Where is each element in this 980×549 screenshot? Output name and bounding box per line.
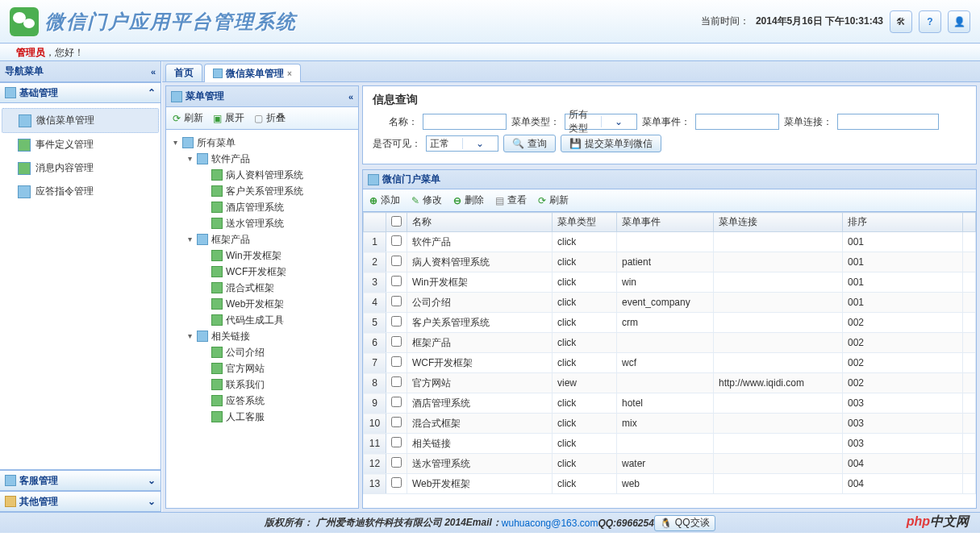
cell-checkbox[interactable] <box>386 474 407 494</box>
col-3[interactable]: 菜单连接 <box>714 213 843 232</box>
cell-checkbox[interactable] <box>386 313 407 333</box>
cell-checkbox[interactable] <box>386 414 407 434</box>
cell: click <box>553 293 617 313</box>
tree-leaf-1-2[interactable]: 混合式框架 <box>200 280 353 296</box>
tree-branch-2[interactable]: ▾相关链接 <box>186 328 353 344</box>
tree-leaf-2-1[interactable]: 官方网站 <box>200 360 353 376</box>
accordion-service[interactable]: 客服管理 ⌄ <box>0 470 161 491</box>
tree-leaf-0-0[interactable]: 病人资料管理系统 <box>200 167 353 183</box>
cell <box>714 353 843 373</box>
grid-refresh-button[interactable]: ⟳刷新 <box>538 193 569 207</box>
tree-leaf-2-0[interactable]: 公司介绍 <box>200 344 353 360</box>
tree-leaf-1-4[interactable]: 代码生成工具 <box>200 312 353 328</box>
table-row[interactable]: 3Win开发框架clickwin001 <box>364 272 976 293</box>
module-icon <box>5 475 16 486</box>
table-row[interactable]: 11相关链接click003 <box>364 434 976 454</box>
tree-leaf-0-1[interactable]: 客户关系管理系统 <box>200 183 353 199</box>
tree-leaf-0-2[interactable]: 酒店管理系统 <box>200 199 353 215</box>
visible-select[interactable]: 正常⌄ <box>426 135 498 152</box>
cell-checkbox[interactable] <box>386 373 407 393</box>
link-input[interactable] <box>837 114 939 130</box>
add-button[interactable]: ⊕添加 <box>369 193 400 207</box>
tree-leaf-2-3[interactable]: 应答系统 <box>200 393 353 409</box>
query-button[interactable]: 🔍查询 <box>503 135 556 152</box>
cell: hotel <box>617 393 714 414</box>
tools-button[interactable]: 🛠 <box>890 10 912 33</box>
tree-expand-button[interactable]: ▣展开 <box>213 111 244 125</box>
grid-toolbar: ⊕添加 ✎修改 ⊖删除 ▤查看 ⟳刷新 <box>363 189 976 212</box>
col-4[interactable]: 排序 <box>843 213 963 232</box>
name-input[interactable] <box>423 114 507 130</box>
view-button[interactable]: ▤查看 <box>495 193 527 207</box>
delete-button[interactable]: ⊖删除 <box>453 193 484 207</box>
table-row[interactable]: 1软件产品click001 <box>364 232 976 252</box>
tree-leaf-1-0[interactable]: Win开发框架 <box>200 247 353 264</box>
tree-branch-1[interactable]: ▾框架产品 <box>186 231 353 247</box>
tree-root-node[interactable]: ▾所有菜单 <box>171 135 353 151</box>
tree-leaf-1-1[interactable]: WCF开发框架 <box>200 264 353 280</box>
cell-checkbox[interactable] <box>386 393 407 414</box>
sidebar-item-0[interactable]: 微信菜单管理 <box>2 108 159 133</box>
col-checkbox[interactable] <box>386 213 407 232</box>
tree-refresh-button[interactable]: ⟳刷新 <box>173 111 203 125</box>
sidebar-item-3[interactable]: 应答指令管理 <box>2 180 159 203</box>
table-row[interactable]: 7WCF开发框架clickwcf002 <box>364 353 976 373</box>
tab-1[interactable]: 微信菜单管理× <box>204 64 301 82</box>
cell-checkbox[interactable] <box>386 353 407 373</box>
cell: 002 <box>843 313 963 333</box>
table-row[interactable]: 2病人资料管理系统clickpatient001 <box>364 252 976 272</box>
help-button[interactable]: ? <box>919 10 941 33</box>
table-row[interactable]: 6框架产品click002 <box>364 333 976 353</box>
col-0[interactable]: 名称 <box>407 213 553 232</box>
type-select[interactable]: 所有类型⌄ <box>565 114 637 130</box>
email-link[interactable]: wuhuacong@163.com <box>502 518 598 529</box>
cell-checkbox[interactable] <box>386 232 407 252</box>
col-2[interactable]: 菜单事件 <box>617 213 714 232</box>
collapse-toggle-icon[interactable]: ▾ <box>186 328 194 344</box>
tree-collapse-button[interactable]: ▢折叠 <box>254 111 286 125</box>
table-row[interactable]: 10混合式框架clickmix003 <box>364 414 976 434</box>
cell: 001 <box>843 293 963 313</box>
table-row[interactable]: 4公司介绍clickevent_company001 <box>364 293 976 313</box>
table-row[interactable]: 12送水管理系统clickwater004 <box>364 454 976 474</box>
collapse-toggle-icon[interactable]: ▾ <box>186 151 194 167</box>
accordion-other[interactable]: 其他管理 ⌄ <box>0 491 161 512</box>
table-row[interactable]: 9酒店管理系统clickhotel003 <box>364 393 976 414</box>
cell-checkbox[interactable] <box>386 293 407 313</box>
table-row[interactable]: 5客户关系管理系统clickcrm002 <box>364 313 976 333</box>
cell-rownum: 6 <box>364 333 386 353</box>
edit-button[interactable]: ✎修改 <box>411 193 442 207</box>
table-row[interactable]: 8官方网站viewhttp://www.iqidi.com002 <box>364 373 976 393</box>
qq-chat-button[interactable]: 🐧QQ交谈 <box>654 515 715 531</box>
tree-leaf-2-4[interactable]: 人工客服 <box>200 409 353 425</box>
cell-checkbox[interactable] <box>386 333 407 353</box>
event-input[interactable] <box>695 114 779 130</box>
accordion-basic[interactable]: 基础管理 ⌃ <box>0 82 161 103</box>
tree-leaf-2-2[interactable]: 联系我们 <box>200 376 353 393</box>
sidebar-item-1[interactable]: 事件定义管理 <box>2 133 159 156</box>
cell-checkbox[interactable] <box>386 252 407 272</box>
tree-branch-0[interactable]: ▾软件产品 <box>186 151 353 167</box>
table-row[interactable]: 13Web开发框架clickweb004 <box>364 474 976 494</box>
save-icon: 💾 <box>569 138 582 149</box>
collapse-toggle-icon[interactable]: ▾ <box>186 231 194 247</box>
col-1[interactable]: 菜单类型 <box>553 213 617 232</box>
nav-item-icon <box>18 139 31 152</box>
cell-checkbox[interactable] <box>386 272 407 293</box>
cell <box>714 474 843 494</box>
collapse-toggle-icon[interactable]: ▾ <box>171 135 179 151</box>
sidebar-collapse-icon[interactable]: « <box>151 67 156 77</box>
tree-leaf-1-3[interactable]: Web开发框架 <box>200 296 353 312</box>
close-icon[interactable]: × <box>287 69 292 78</box>
sidebar-item-2[interactable]: 消息内容管理 <box>2 156 159 180</box>
tab-0[interactable]: 首页 <box>165 64 202 81</box>
user-button[interactable]: 👤 <box>948 10 970 33</box>
cell-checkbox[interactable] <box>386 434 407 454</box>
cell-rownum: 4 <box>364 293 386 313</box>
cell-checkbox[interactable] <box>386 454 407 474</box>
leaf-icon <box>211 298 223 310</box>
submit-wechat-button[interactable]: 💾提交菜单到微信 <box>561 135 661 152</box>
cell: click <box>553 252 617 272</box>
tree-leaf-0-3[interactable]: 送水管理系统 <box>200 215 353 231</box>
tree-collapse-icon[interactable]: « <box>348 92 353 102</box>
